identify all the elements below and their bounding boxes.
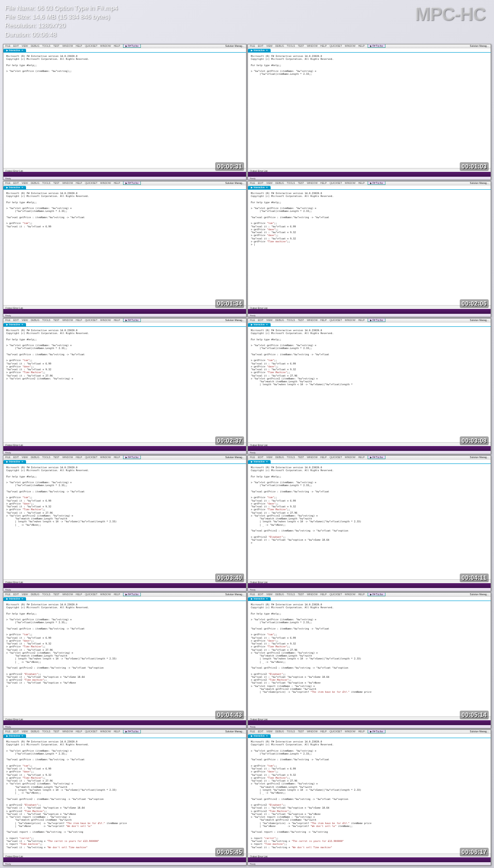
menu-item[interactable]: HELP xyxy=(114,456,120,459)
code-editor[interactable]: Microsoft (R) F# Interactive version 14.… xyxy=(3,327,246,442)
toolbar-file-dropdown[interactable]: ▶ F# Tut.fsx xyxy=(123,318,141,322)
menu-item[interactable]: VIEW xyxy=(266,593,273,596)
menu-item[interactable]: WINDOW xyxy=(62,44,73,47)
code-editor[interactable]: Microsoft (R) F# Interactive version 14.… xyxy=(3,738,246,854)
menu-item[interactable]: TOOLS xyxy=(42,593,51,596)
menu-item[interactable]: HELP xyxy=(114,319,120,322)
code-editor[interactable]: Microsoft (R) F# Interactive version 14.… xyxy=(248,601,491,716)
menu-item[interactable]: EDIT xyxy=(258,456,263,459)
menu-item[interactable]: TOOLS xyxy=(287,730,295,733)
menu-item[interactable]: WINDOW xyxy=(100,456,111,459)
menu-item[interactable]: TEST xyxy=(53,593,59,596)
tab-interactive[interactable]: ▶ Interactive xyxy=(248,597,271,601)
toolbar-file-dropdown[interactable]: ▶ F# Tut.fsx xyxy=(123,455,141,459)
menu-item[interactable]: WINDOW xyxy=(62,730,73,733)
menu-item[interactable]: HELP xyxy=(358,730,365,733)
menu-item[interactable]: EDIT xyxy=(14,730,19,733)
menu-item[interactable]: QUICKSET xyxy=(85,593,97,596)
menu-item[interactable]: HELP xyxy=(76,44,82,47)
menu-item[interactable]: DEBUG xyxy=(31,182,40,184)
menu-item[interactable]: WINDOW xyxy=(307,730,317,733)
thumbnail[interactable]: FILEEDITVIEWDEBUGTOOLSTESTWINDOWHELPQUIC… xyxy=(3,181,247,317)
menu-item[interactable]: EDIT xyxy=(258,182,263,184)
menu-item[interactable]: TEST xyxy=(53,456,59,459)
thumbnail[interactable]: FILEEDITVIEWDEBUGTOOLSTESTWINDOWHELPQUIC… xyxy=(247,592,491,728)
menu-item[interactable]: TEST xyxy=(298,456,304,459)
menu-item[interactable]: FILE xyxy=(250,182,255,184)
menu-item[interactable]: WINDOW xyxy=(100,319,111,322)
menu-item[interactable]: HELP xyxy=(114,593,120,596)
menu-item[interactable]: HELP xyxy=(76,456,82,459)
menu-item[interactable]: WINDOW xyxy=(307,319,317,322)
code-editor[interactable]: Microsoft (R) F# Interactive version 14.… xyxy=(3,190,246,305)
menu-item[interactable]: WINDOW xyxy=(345,730,356,733)
menu-item[interactable]: FILE xyxy=(5,730,11,733)
code-editor[interactable]: Microsoft (R) F# Interactive version 14.… xyxy=(248,327,491,442)
menu-item[interactable]: HELP xyxy=(76,319,82,322)
menu-item[interactable]: TEST xyxy=(298,182,304,184)
menu-item[interactable]: TEST xyxy=(53,730,59,733)
menu-item[interactable]: HELP xyxy=(76,182,82,184)
menu-item[interactable]: HELP xyxy=(114,730,120,733)
menu-item[interactable]: TEST xyxy=(53,319,59,322)
tab-interactive[interactable]: ▶ Interactive xyxy=(248,49,271,52)
menu-item[interactable]: QUICKSET xyxy=(329,593,342,596)
menu-item[interactable]: QUICKSET xyxy=(329,182,342,184)
tab-interactive[interactable]: ▶ Interactive xyxy=(3,734,26,738)
menu-item[interactable]: QUICKSET xyxy=(85,182,97,184)
menu-item[interactable]: VIEW xyxy=(22,593,28,596)
menu-item[interactable]: VIEW xyxy=(22,44,28,47)
menu-item[interactable]: HELP xyxy=(358,456,365,459)
menu-item[interactable]: VIEW xyxy=(22,456,28,459)
menu-item[interactable]: TOOLS xyxy=(42,730,51,733)
menu-item[interactable]: HELP xyxy=(320,456,327,459)
menu-item[interactable]: FILE xyxy=(5,44,11,47)
thumbnail[interactable]: FILEEDITVIEWDEBUGTOOLSTESTWINDOWHELPQUIC… xyxy=(3,592,247,728)
menu-item[interactable]: TEST xyxy=(53,44,59,47)
menu-item[interactable]: WINDOW xyxy=(62,319,73,322)
menu-item[interactable]: FILE xyxy=(5,182,11,184)
menu-item[interactable]: HELP xyxy=(358,593,365,596)
menu-item[interactable]: QUICKSET xyxy=(329,319,342,322)
menu-item[interactable]: DEBUG xyxy=(31,319,40,322)
menu-item[interactable]: TEST xyxy=(298,593,304,596)
menu-item[interactable]: VIEW xyxy=(266,44,273,47)
menu-item[interactable]: VIEW xyxy=(22,730,28,733)
menu-item[interactable]: HELP xyxy=(320,44,327,47)
menu-item[interactable]: EDIT xyxy=(14,593,19,596)
tab-interactive[interactable]: ▶ Interactive xyxy=(3,597,26,601)
toolbar-file-dropdown[interactable]: ▶ F# Tut.fsx xyxy=(368,592,385,596)
menu-item[interactable]: HELP xyxy=(76,730,82,733)
menu-item[interactable]: WINDOW xyxy=(345,593,356,596)
tab-interactive[interactable]: ▶ Interactive xyxy=(248,323,271,326)
toolbar-file-dropdown[interactable]: ▶ F# Tut.fsx xyxy=(368,181,385,185)
tab-interactive[interactable]: ▶ Interactive xyxy=(3,460,26,463)
menu-item[interactable]: EDIT xyxy=(14,182,19,184)
thumbnail[interactable]: FILEEDITVIEWDEBUGTOOLSTESTWINDOWHELPQUIC… xyxy=(247,181,491,317)
menu-item[interactable]: TOOLS xyxy=(287,182,295,184)
menu-item[interactable]: HELP xyxy=(358,182,365,184)
menu-item[interactable]: EDIT xyxy=(258,593,263,596)
menu-item[interactable]: WINDOW xyxy=(100,593,111,596)
menu-item[interactable]: HELP xyxy=(320,182,327,184)
menu-item[interactable]: WINDOW xyxy=(62,456,73,459)
menu-item[interactable]: TEST xyxy=(53,182,59,184)
menu-item[interactable]: VIEW xyxy=(266,182,273,184)
code-editor[interactable]: Microsoft (R) F# Interactive version 14.… xyxy=(3,464,246,579)
tab-interactive[interactable]: ▶ Interactive xyxy=(248,186,271,189)
menu-item[interactable]: TOOLS xyxy=(42,456,51,459)
menu-item[interactable]: DEBUG xyxy=(275,593,284,596)
menu-item[interactable]: HELP xyxy=(76,593,82,596)
menu-item[interactable]: HELP xyxy=(114,44,120,47)
thumbnail[interactable]: FILEEDITVIEWDEBUGTOOLSTESTWINDOWHELPQUIC… xyxy=(247,729,491,866)
menu-item[interactable]: QUICKSET xyxy=(85,730,97,733)
menu-item[interactable]: VIEW xyxy=(22,319,28,322)
menu-item[interactable]: DEBUG xyxy=(31,44,40,47)
menu-item[interactable]: WINDOW xyxy=(100,44,111,47)
menu-item[interactable]: EDIT xyxy=(258,730,263,733)
toolbar-file-dropdown[interactable]: ▶ F# Tut.fsx xyxy=(123,44,141,48)
code-editor[interactable]: Microsoft (R) F# Interactive version 14.… xyxy=(248,738,491,854)
toolbar-file-dropdown[interactable]: ▶ F# Tut.fsx xyxy=(123,592,141,596)
toolbar-file-dropdown[interactable]: ▶ F# Tut.fsx xyxy=(123,181,141,185)
menu-item[interactable]: DEBUG xyxy=(275,182,284,184)
